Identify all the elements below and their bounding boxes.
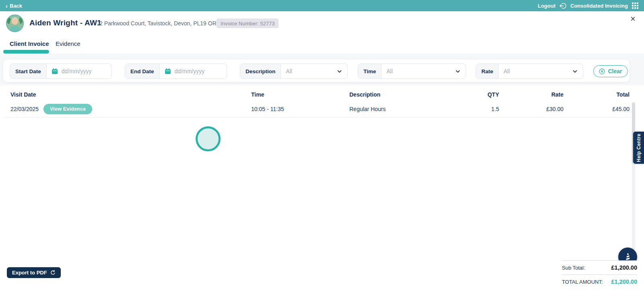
col-header-description: Description (349, 91, 380, 98)
qty-cell: 1.5 (491, 106, 499, 112)
description-label: Description (240, 64, 281, 78)
end-date-label: End Date (125, 64, 160, 78)
time-select-value[interactable]: All (386, 68, 393, 74)
back-button[interactable]: ‹ Back (6, 3, 22, 9)
sub-total-row: Sub Total: £1,200.00 (562, 261, 637, 274)
logout-button[interactable]: Logout (538, 3, 555, 9)
col-header-time: Time (251, 91, 264, 98)
table-body: 18/03/2025 View Evidence 10:05 - 11:35 R… (0, 101, 644, 260)
time-label: Time (358, 64, 382, 78)
col-header-qty: QTY (487, 91, 499, 98)
close-icon[interactable]: × (630, 14, 636, 23)
sub-total-label: Sub Total: (562, 265, 585, 271)
start-date-input[interactable]: dd/mm/yyyy (62, 68, 92, 74)
chevron-down-icon (337, 69, 342, 74)
start-date-label: Start Date (10, 64, 47, 78)
back-label: Back (10, 3, 22, 9)
rate-cell: £30.00 (546, 106, 564, 112)
export-label: Export to PDF (12, 270, 47, 276)
start-date-filter[interactable]: Start Date dd/mm/yyyy (10, 64, 112, 79)
help-centre-label: Help Centre (636, 134, 642, 162)
clear-label: Clear (608, 68, 622, 74)
clear-filters-button[interactable]: Clear (593, 65, 628, 77)
filter-strip: Start Date dd/mm/yyyy End Date (0, 54, 644, 85)
calendar-icon (52, 68, 58, 74)
refresh-icon (50, 270, 56, 275)
table-row: 22/03/2025 View Evidence 10:05 - 11:35 R… (3, 101, 631, 118)
description-filter[interactable]: Description All (240, 64, 348, 79)
total-amount-row: TOTAL AMOUNT: £1,200.00 (562, 275, 637, 289)
help-centre-tab[interactable]: Help Centre (633, 132, 644, 164)
total-cell: £45.00 (612, 106, 630, 112)
active-tab-indicator (3, 50, 49, 54)
time-filter[interactable]: Time All (358, 64, 466, 79)
client-avatar (6, 14, 24, 32)
visit-date-cell: 22/03/2025 (10, 106, 39, 112)
clear-circle-x-icon (599, 68, 605, 74)
client-header: Aiden Wright - AW1 2 Parkwood Court, Tav… (0, 11, 644, 35)
table-header-row: Visit Date Time Description QTY Rate Tot… (3, 87, 631, 103)
rate-filter[interactable]: Rate All (476, 64, 583, 79)
footer: Export to PDF Sub Total: £1,200.00 TOTAL… (0, 260, 644, 299)
filter-card: Start Date dd/mm/yyyy End Date (3, 60, 630, 82)
time-cell: 10:05 - 11:35 (251, 106, 284, 112)
top-bar: ‹ Back Logout Consolidated Invoicing (0, 0, 644, 11)
back-chevron-icon: ‹ (6, 3, 8, 9)
tab-bar: Client Invoice Evidence (0, 35, 644, 54)
description-select-value[interactable]: All (286, 68, 292, 74)
end-date-input[interactable]: dd/mm/yyyy (175, 68, 205, 74)
end-date-filter[interactable]: End Date dd/mm/yyyy (125, 64, 227, 79)
chevron-down-icon (572, 69, 578, 74)
description-cell: Regular Hours (349, 106, 386, 112)
invoice-table: Visit Date Time Description QTY Rate Tot… (0, 85, 644, 260)
client-name: Aiden Wright - AW1 (29, 19, 101, 27)
table-scrollbar[interactable] (632, 102, 635, 262)
chevron-down-icon (455, 69, 460, 74)
calendar-icon (165, 68, 171, 74)
total-amount-label: TOTAL AMOUNT: (562, 279, 603, 285)
client-address: 2 Parkwood Court, Tavistock, Devon, PL19… (99, 20, 221, 27)
total-amount-value: £1,200.00 (611, 278, 637, 285)
col-header-total: Total (617, 91, 630, 98)
rate-label: Rate (476, 64, 499, 78)
col-header-visit-date: Visit Date (10, 91, 36, 98)
apps-grid-icon[interactable] (632, 2, 638, 9)
rate-select-value[interactable]: All (504, 68, 510, 74)
logout-icon[interactable] (559, 2, 566, 9)
consolidated-invoicing-link[interactable]: Consolidated Invoicing (570, 3, 628, 9)
totals-block: Sub Total: £1,200.00 TOTAL AMOUNT: £1,20… (562, 260, 637, 289)
tab-client-invoice[interactable]: Client Invoice (10, 40, 49, 47)
invoice-number-badge: Invoice Number: 52773 (217, 19, 279, 28)
export-to-pdf-button[interactable]: Export to PDF (7, 267, 61, 278)
col-header-rate: Rate (551, 91, 564, 98)
tab-evidence[interactable]: Evidence (56, 40, 80, 47)
view-evidence-button[interactable]: View Evidence (43, 104, 92, 114)
sub-total-value: £1,200.00 (611, 264, 637, 271)
